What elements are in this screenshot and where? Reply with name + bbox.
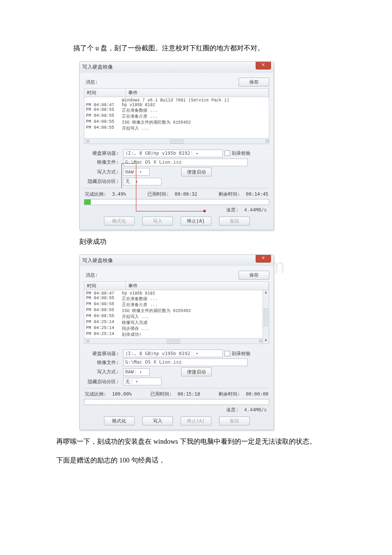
mode-label: 写入方式: (84, 169, 121, 175)
used-label: 已用时间: (147, 191, 169, 197)
paragraph: 搞了个 u 盘，刻了一份截图。注意校对下红圈的地方都对不对。 (60, 43, 349, 54)
titlebar: 写入硬盘映像 (80, 62, 274, 73)
format-button[interactable]: 格式化 (104, 416, 135, 425)
remain-val: 00:14:45 (246, 191, 268, 197)
drive-select[interactable]: (I:, 8 GB)hp v195b 8192▾ (123, 350, 223, 357)
used-val: 00:00:32 (175, 191, 197, 197)
stop-button[interactable]: 终止[A] (181, 217, 211, 225)
col-event: 事件 (126, 89, 269, 97)
quick-boot-button[interactable]: 便捷启动 (181, 367, 212, 376)
speed-val: 4.44MB/s (244, 407, 267, 413)
verify-checkbox[interactable] (225, 150, 230, 156)
quick-boot-button[interactable]: 便捷启动 (181, 168, 212, 176)
v-scrollbar[interactable]: ▲ ▼ (262, 290, 269, 344)
done-pct: 100.00% (112, 391, 132, 397)
burn-dialog-1: 写入硬盘映像 × 消息: 保存 时间 事件 Windows 7 v6.1 Bui… (79, 61, 274, 230)
h-scrollbar[interactable] (84, 138, 269, 144)
write-button[interactable]: 写入 (142, 416, 173, 425)
close-button[interactable]: × (256, 61, 271, 69)
mode-label: 写入方式: (84, 369, 121, 375)
used-label: 已用时间: (150, 391, 172, 397)
col-time: 时间 (84, 89, 126, 97)
write-button[interactable]: 写入 (142, 217, 173, 225)
done-label: 完成比例: (85, 391, 107, 397)
stop-button[interactable]: 终止[A] (181, 416, 211, 425)
remain-label: 剩余时间: (219, 191, 240, 197)
mode-select[interactable]: RAW▾ (123, 168, 150, 176)
done-pct: 3.49% (112, 191, 126, 197)
burn-dialog-2: 写入硬盘映像 × 消息: 保存 时间 事件 PM 04:09:47hp v195… (79, 254, 274, 430)
log-body: PM 04:09:47hp v195b 8192PM 04:09:55正在准备数… (84, 290, 262, 338)
paragraph: 刻录成功 (79, 236, 349, 247)
back-button[interactable]: 返回 (219, 416, 250, 425)
message-label: 消息: (84, 272, 98, 278)
hide-select[interactable]: 无▾ (123, 178, 161, 185)
document-page: 搞了个 u 盘，刻了一份截图。注意校对下红圈的地方都对不对。 写入硬盘映像 × … (0, 0, 392, 490)
close-button[interactable]: × (256, 254, 271, 263)
window-title: 写入硬盘映像 (82, 257, 113, 264)
h-scrollbar[interactable] (84, 338, 262, 344)
col-event: 事件 (126, 282, 269, 290)
log-table: 时间 事件 Windows 7 v6.1 Build 7601 (Service… (84, 88, 269, 144)
drive-label: 硬盘驱动器: (84, 350, 121, 357)
format-button[interactable]: 格式化 (104, 217, 135, 225)
back-button[interactable]: 返回 (219, 217, 250, 225)
window-title: 写入硬盘映像 (82, 64, 113, 71)
titlebar: 写入硬盘映像 (80, 255, 274, 266)
speed-label: 速度: (226, 407, 239, 413)
image-input[interactable]: G:\Mac OS X Lion.isz (123, 159, 248, 166)
col-time: 时间 (84, 282, 126, 290)
remain-val: 00:00:00 (246, 391, 268, 397)
mode-select[interactable]: RAW▾ (123, 368, 150, 376)
drive-label: 硬盘驱动器: (84, 150, 121, 156)
progress-bar (84, 399, 269, 405)
save-button[interactable]: 保存 (239, 271, 269, 280)
verify-checkbox[interactable] (225, 351, 230, 356)
used-val: 00:15:18 (178, 391, 200, 397)
log-table: 时间 事件 PM 04:09:47hp v195b 8192PM 04:09:5… (84, 281, 269, 344)
hide-select[interactable]: 无▾ (123, 378, 161, 385)
save-button[interactable]: 保存 (239, 78, 269, 87)
image-label: 映像文件: (84, 159, 121, 165)
message-label: 消息: (84, 79, 98, 85)
paragraph: 再啰嗦一下，刻成功的安装盘在 windows 下我的电脑中看到的一定是无法读取的… (43, 436, 349, 447)
speed-val: 4.44MB/s (244, 207, 267, 213)
hide-label: 隐藏启动分区: (84, 379, 121, 385)
speed-label: 速度: (226, 207, 239, 213)
remain-label: 剩余时间: (219, 391, 240, 397)
hide-label: 隐藏启动分区: (84, 178, 121, 185)
verify-label: 刻录校验 (232, 150, 251, 156)
progress-bar (84, 199, 269, 205)
image-input[interactable]: G:\Mac OS X Lion.isz (123, 358, 248, 366)
verify-label: 刻录校验 (232, 350, 251, 357)
drive-select[interactable]: (I:, 8 GB)hp v195b 8192▾ (123, 150, 223, 157)
paragraph: 下面是赠送的励志的 100 句经典话， (43, 455, 349, 466)
image-label: 映像文件: (84, 359, 121, 366)
log-body: Windows 7 v6.1 Build 7601 (Service Pack … (84, 97, 269, 138)
done-label: 完成比例: (85, 191, 107, 197)
